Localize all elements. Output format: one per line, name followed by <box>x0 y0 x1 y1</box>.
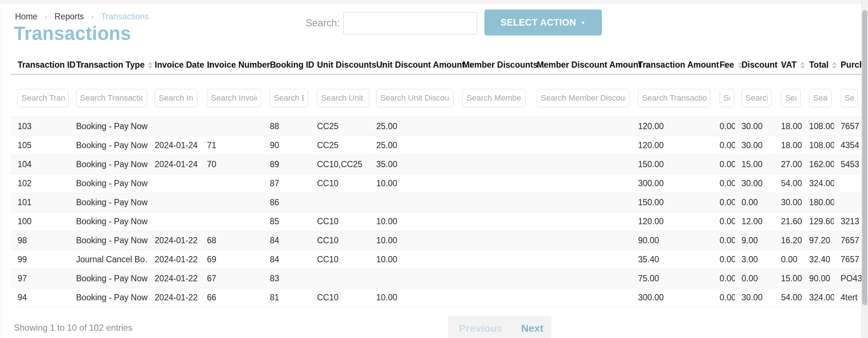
filter-input-unit-discount-amount[interactable] <box>376 89 454 107</box>
filter-input-unit-discounts[interactable] <box>317 89 369 107</box>
cell-transaction-type: Booking - Pay Now <box>69 231 148 250</box>
filter-input-transaction-type[interactable] <box>76 89 147 107</box>
cell-member-discount-amount <box>530 288 631 307</box>
window-top-edge <box>0 0 868 4</box>
cell-unit-discounts: CC10 <box>310 288 370 307</box>
cell-purchase: 4354 <box>834 136 861 155</box>
cell-member-discount-amount <box>530 155 631 174</box>
table-row: 104Booking - Pay Now2024-01-247089CC10,C… <box>11 155 861 174</box>
cell-transaction-amount: 120.00 <box>631 212 713 231</box>
cell-booking-id: 88 <box>263 117 310 136</box>
previous-page-button[interactable]: Previous <box>459 323 502 334</box>
cell-unit-discount-amount <box>370 193 456 212</box>
cell-purchase <box>834 193 861 212</box>
cell-purchase: 4tert <box>834 288 861 307</box>
cell-fee: 0.00 <box>713 212 735 231</box>
filter-input-member-discount-amount[interactable] <box>537 89 630 107</box>
cell-fee: 0.00 <box>713 269 735 288</box>
cell-vat: 21.60 <box>774 212 803 231</box>
caret-down-icon: ▼ <box>581 20 586 26</box>
cell-transaction-type: Booking - Pay Now <box>69 193 148 212</box>
column-header-label: Fee <box>720 60 734 70</box>
column-header-transaction-id[interactable]: Transaction ID <box>11 56 69 74</box>
vertical-scrollbar-thumb[interactable] <box>862 10 867 305</box>
cell-total: 108.00 <box>803 117 834 136</box>
cell-unit-discounts: CC10,CC25 <box>310 155 370 174</box>
cell-total: 324.00 <box>803 174 834 193</box>
table-body: 103Booking - Pay Now88CC2525.00120.000.0… <box>11 117 861 307</box>
cell-invoice-number: 71 <box>200 136 263 155</box>
cell-discount: 9.00 <box>735 231 774 250</box>
cell-vat: 15.00 <box>774 269 803 288</box>
column-header-label: Invoice Number <box>207 60 270 70</box>
column-header-invoice-number[interactable]: Invoice Number <box>200 56 263 74</box>
cell-vat: 0.00 <box>774 250 803 269</box>
filter-cell <box>370 74 456 117</box>
search-input[interactable] <box>343 12 477 34</box>
cell-transaction-id: 100 <box>11 212 69 231</box>
column-header-member-discounts[interactable]: Member Discounts <box>456 56 530 74</box>
filter-cell <box>310 74 370 117</box>
column-header-transaction-type[interactable]: Transaction Type <box>69 56 148 74</box>
filter-input-invoice-number[interactable] <box>207 89 261 107</box>
table-row: 103Booking - Pay Now88CC2525.00120.000.0… <box>11 117 861 136</box>
cell-transaction-type: Booking - Pay Now <box>69 269 148 288</box>
cell-member-discount-amount <box>530 269 631 288</box>
cell-unit-discounts <box>310 193 370 212</box>
cell-member-discount-amount <box>530 136 631 155</box>
cell-fee: 0.00 <box>713 117 735 136</box>
filter-input-vat[interactable] <box>781 89 801 107</box>
cell-invoice-date: 2024-01-22 <box>148 288 200 307</box>
filter-input-member-discounts[interactable] <box>463 89 526 107</box>
cell-invoice-date: 2024-01-22 <box>148 269 200 288</box>
breadcrumb-item-home[interactable]: Home <box>15 12 37 22</box>
table-container: Transaction IDTransaction TypeInvoice Da… <box>11 56 861 307</box>
cell-transaction-amount: 120.00 <box>631 117 713 136</box>
filter-cell <box>200 74 263 117</box>
column-header-label: Booking ID <box>270 60 314 70</box>
column-header-member-discount-amount[interactable]: Member Discount Amount <box>530 56 631 74</box>
cell-member-discount-amount <box>530 250 631 269</box>
column-header-label: Total <box>809 60 829 70</box>
column-header-label: Invoice Date <box>155 60 204 70</box>
filter-input-transaction-id[interactable] <box>18 89 69 107</box>
filter-input-booking-id[interactable] <box>270 89 308 107</box>
filter-cell <box>69 74 148 117</box>
next-page-button[interactable]: Next <box>521 323 543 334</box>
column-header-total[interactable]: Total <box>803 56 834 74</box>
filter-cell <box>774 74 803 117</box>
column-header-transaction-amount[interactable]: Transaction Amount <box>631 56 713 74</box>
filter-input-purchase[interactable] <box>841 89 858 107</box>
filter-input-transaction-amount[interactable] <box>638 89 710 107</box>
cell-booking-id: 90 <box>263 136 310 155</box>
cell-unit-discount-amount: 10.00 <box>370 212 456 231</box>
column-header-invoice-date[interactable]: Invoice Date <box>148 56 200 74</box>
breadcrumb-item-reports[interactable]: Reports <box>54 12 84 22</box>
filter-input-discount[interactable] <box>741 89 771 107</box>
cell-transaction-id: 94 <box>11 288 69 307</box>
column-header-booking-id[interactable]: Booking ID <box>263 56 310 74</box>
table-filter-row <box>11 74 861 117</box>
column-header-label: Transaction ID <box>18 60 75 70</box>
cell-member-discount-amount <box>530 174 631 193</box>
cell-invoice-date: 2024-01-22 <box>148 250 200 269</box>
column-header-purchase[interactable]: Purch <box>834 56 861 74</box>
transactions-table: Transaction IDTransaction TypeInvoice Da… <box>11 56 861 307</box>
cell-unit-discount-amount: 10.00 <box>370 231 456 250</box>
cell-unit-discounts: CC10 <box>310 212 370 231</box>
column-header-unit-discounts[interactable]: Unit Discounts <box>310 56 370 74</box>
cell-purchase: 7657 <box>834 117 861 136</box>
page-title: Transactions <box>14 23 131 44</box>
cell-purchase: 5453 <box>834 155 861 174</box>
filter-input-fee[interactable] <box>720 89 734 107</box>
cell-booking-id: 84 <box>263 231 310 250</box>
filter-input-total[interactable] <box>809 89 832 107</box>
select-action-button[interactable]: SELECT ACTION ▼ <box>484 10 602 35</box>
filter-input-invoice-date[interactable] <box>155 89 197 107</box>
cell-total: 180.00 <box>803 193 834 212</box>
filter-cell <box>834 74 861 117</box>
cell-discount: 30.00 <box>735 136 774 155</box>
cell-total: 90.00 <box>803 269 834 288</box>
cell-discount: 3.00 <box>735 250 774 269</box>
column-header-unit-discount-amount[interactable]: Unit Discount Amount <box>370 56 456 74</box>
